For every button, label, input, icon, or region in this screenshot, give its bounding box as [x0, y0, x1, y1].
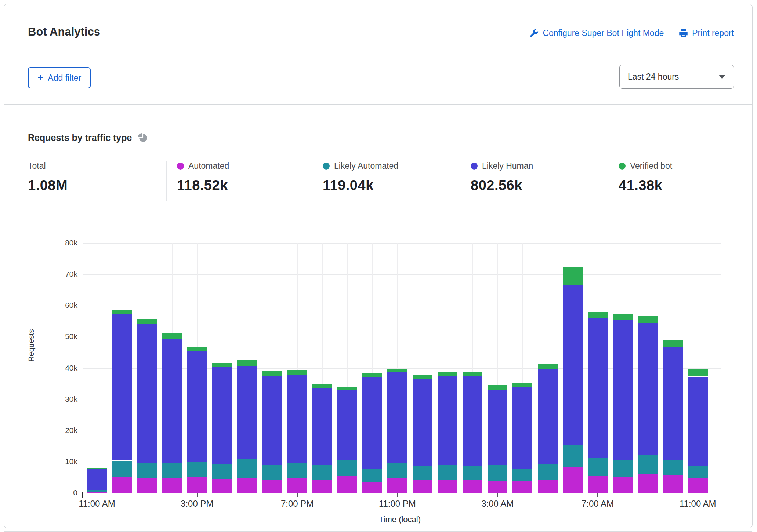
segment-verified_bot — [237, 360, 257, 366]
print-report-link[interactable]: Print report — [678, 28, 734, 38]
stacked-bar-200pm[interactable] — [162, 333, 182, 493]
stat-likely-human: Likely Human 802.56k — [471, 161, 533, 193]
segment-likely_human — [488, 390, 507, 465]
segment-automated — [112, 477, 132, 493]
stacked-bar-300pm[interactable] — [187, 347, 207, 493]
gridline-v — [720, 243, 720, 493]
stacked-bar-1200pm[interactable] — [112, 310, 132, 493]
segment-likely_human — [688, 377, 708, 466]
segment-likely_human — [287, 375, 307, 463]
stacked-bar-900pm[interactable] — [337, 387, 357, 493]
segment-automated — [413, 480, 432, 493]
stacked-bar-1200am[interactable] — [413, 375, 432, 493]
section-header: Requests by traffic type — [28, 132, 148, 143]
gridline-v — [97, 243, 97, 493]
configure-super-bot-fight-mode-link[interactable]: Configure Super Bot Fight Mode — [529, 28, 664, 38]
x-tick — [597, 493, 598, 497]
segment-automated — [638, 474, 658, 493]
y-tick-label: 50k — [55, 332, 77, 341]
stacked-bar-600pm[interactable] — [262, 371, 282, 493]
segment-likely_human — [512, 387, 532, 469]
segment-verified_bot — [663, 340, 683, 347]
gridline-h — [83, 306, 721, 306]
segment-likely_automated — [438, 465, 457, 481]
stat-verified-bot-value: 41.38k — [619, 178, 672, 193]
stacked-bar-700pm[interactable] — [287, 370, 307, 493]
time-range-select[interactable]: Last 24 hours — [619, 65, 734, 89]
x-tick-label: 11:00 PM — [379, 499, 416, 509]
segment-likely_automated — [563, 445, 583, 467]
stacked-bar-100am[interactable] — [438, 372, 457, 493]
segment-likely_automated — [137, 463, 157, 478]
stat-verified-bot: Verified bot 41.38k — [619, 161, 672, 193]
stacked-bar-800pm[interactable] — [312, 384, 332, 493]
stat-verified-bot-label: Verified bot — [630, 161, 672, 171]
stat-likely-automated: Likely Automated 119.04k — [323, 161, 398, 193]
stacked-bar-600am[interactable] — [563, 267, 583, 493]
segment-verified_bot — [688, 369, 708, 377]
x-tick-label: 7:00 AM — [582, 499, 614, 509]
segment-verified_bot — [112, 310, 132, 314]
segment-likely_automated — [262, 465, 282, 479]
segment-likely_automated — [638, 455, 658, 474]
segment-likely_automated — [663, 460, 683, 475]
segment-automated — [362, 482, 382, 493]
segment-automated — [538, 480, 558, 493]
stat-divider — [457, 161, 457, 201]
segment-verified_bot — [613, 314, 633, 320]
stacked-bar-500am[interactable] — [538, 364, 558, 493]
stat-total-label: Total — [28, 161, 46, 171]
segment-verified_bot — [638, 316, 658, 323]
stacked-bar-900am[interactable] — [638, 316, 658, 493]
add-filter-button[interactable]: + Add filter — [28, 67, 91, 88]
segment-verified_bot — [387, 369, 407, 372]
stacked-bar-500pm[interactable] — [237, 360, 257, 493]
segment-automated — [287, 478, 307, 493]
stacked-bar-1000am[interactable] — [663, 340, 683, 493]
segment-likely_human — [87, 469, 107, 489]
segment-automated — [162, 478, 182, 493]
segment-automated — [488, 481, 507, 493]
segment-likely_automated — [613, 460, 633, 478]
segment-likely_automated — [212, 464, 232, 479]
stacked-bar-1100am[interactable] — [87, 468, 107, 493]
stacked-bar-200am[interactable] — [463, 372, 482, 493]
section-title: Requests by traffic type — [28, 132, 132, 143]
segment-likely_human — [563, 285, 583, 445]
segment-verified_bot — [438, 372, 457, 376]
segment-automated — [563, 467, 583, 493]
segment-verified_bot — [538, 364, 558, 369]
stacked-bar-400am[interactable] — [512, 383, 532, 493]
segment-likely_human — [262, 376, 282, 465]
stacked-bar-1100pm[interactable] — [387, 369, 407, 493]
stat-automated-value: 118.52k — [177, 178, 229, 193]
stacked-bar-1000pm[interactable] — [362, 373, 382, 493]
segment-verified_bot — [588, 312, 608, 318]
segment-likely_human — [237, 366, 257, 459]
stacked-bar-800am[interactable] — [613, 314, 633, 493]
plus-icon: + — [37, 72, 43, 83]
stacked-bar-400pm[interactable] — [212, 363, 232, 493]
segment-automated — [337, 476, 357, 493]
segment-likely_automated — [312, 465, 332, 479]
y-tick-label: 40k — [55, 364, 77, 372]
y-tick-label: 70k — [55, 270, 77, 278]
x-tick — [197, 493, 198, 497]
segment-likely_automated — [512, 469, 532, 481]
x-tick-label: 3:00 PM — [181, 499, 213, 509]
segment-automated — [663, 475, 683, 493]
segment-likely_automated — [588, 458, 608, 476]
x-tick — [297, 493, 298, 497]
gridline-h — [83, 243, 721, 244]
stacked-bar-1100am[interactable] — [688, 369, 708, 493]
x-tick-label: 7:00 PM — [281, 499, 314, 509]
stacked-bar-100pm[interactable] — [137, 319, 157, 493]
segment-automated — [512, 481, 532, 493]
stacked-bar-300am[interactable] — [488, 385, 507, 493]
segment-automated — [237, 478, 257, 493]
segment-automated — [588, 476, 608, 493]
segment-likely_human — [387, 372, 407, 463]
stat-likely-automated-label: Likely Automated — [334, 161, 398, 171]
stacked-bar-700am[interactable] — [588, 312, 608, 493]
configure-link-label: Configure Super Bot Fight Mode — [543, 28, 664, 38]
